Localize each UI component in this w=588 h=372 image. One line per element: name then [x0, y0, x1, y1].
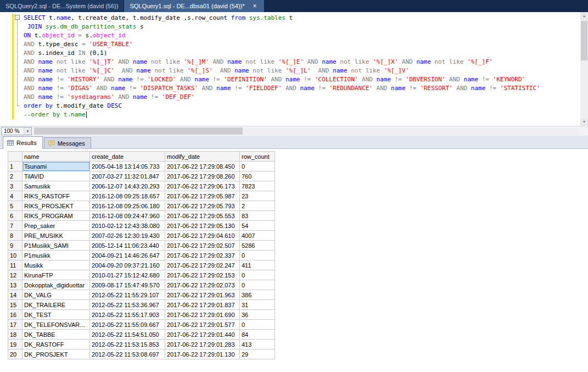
cell-modify_date[interactable]: 2017-06-22 17:29:08.450 — [165, 162, 240, 171]
cell-row_count[interactable]: 4007 — [240, 231, 275, 241]
cell-modify_date[interactable]: 2017-06-22 17:29:02.073 — [165, 280, 240, 290]
row-number[interactable]: 18 — [8, 330, 23, 340]
cell-modify_date[interactable]: 2017-06-22 17:29:05.553 — [165, 211, 240, 221]
code-line[interactable]: --order by t.name — [24, 110, 540, 119]
code-line[interactable]: SELECT t.name, t.create_date, t.modify_d… — [24, 14, 540, 23]
row-number[interactable]: 12 — [8, 270, 23, 280]
cell-row_count[interactable]: 23 — [240, 191, 275, 201]
cell-modify_date[interactable]: 2017-06-22 17:29:01.577 — [165, 320, 240, 330]
cell-modify_date[interactable]: 2017-06-22 17:29:02.507 — [165, 241, 240, 251]
cell-row_count[interactable]: 386 — [240, 290, 275, 300]
row-number[interactable]: 15 — [8, 300, 23, 310]
cell-row_count[interactable]: 29 — [240, 349, 275, 359]
code-line[interactable]: AND name not like '%[_]T' AND name not l… — [24, 58, 540, 66]
cell-create_date[interactable]: 2012-05-22 11:55:09.667 — [90, 320, 165, 330]
cell-modify_date[interactable]: 2017-06-22 17:29:01.837 — [165, 300, 240, 310]
cell-create_date[interactable]: 2012-05-22 11:53:08.697 — [90, 349, 165, 359]
row-number[interactable]: 13 — [8, 280, 23, 290]
scroll-up-icon[interactable]: ▲ — [580, 12, 588, 20]
cell-name[interactable]: Prep_saker — [23, 221, 90, 231]
row-number[interactable]: 4 — [8, 191, 23, 201]
cell-create_date[interactable]: 2012-05-22 11:53:36.967 — [90, 300, 165, 310]
cell-name[interactable]: Musikk — [23, 260, 90, 270]
cell-name[interactable]: DK_PROSJEKT — [23, 349, 90, 359]
cell-modify_date[interactable]: 2017-06-22 17:29:04.610 — [165, 231, 240, 241]
row-number[interactable]: 2 — [8, 171, 23, 181]
cell-modify_date[interactable]: 2017-06-22 17:29:05.130 — [165, 221, 240, 231]
cell-modify_date[interactable]: 2017-06-22 17:29:01.283 — [165, 340, 240, 349]
cell-row_count[interactable]: 760 — [240, 171, 275, 181]
cell-name[interactable]: DK_TELEFONSVAR... — [23, 320, 90, 330]
cell-name[interactable]: DK_VALG — [23, 290, 90, 300]
cell-name[interactable]: RIKS_PROSJEKT — [23, 201, 90, 211]
tab-results[interactable]: Results — [3, 136, 43, 149]
cell-create_date[interactable]: 2012-05-22 11:55:29.107 — [90, 290, 165, 300]
cell-name[interactable]: KirunaFTP — [23, 270, 90, 280]
cell-create_date[interactable]: 2012-05-22 11:54:51.050 — [90, 330, 165, 340]
row-number[interactable]: 14 — [8, 290, 23, 300]
code-line[interactable]: AND name != 'HISTORY' AND name != 'LOCKE… — [24, 75, 540, 84]
editor-vertical-scrollbar[interactable]: ▲ ▼ — [580, 12, 588, 126]
row-number[interactable]: 19 — [8, 340, 23, 349]
cell-create_date[interactable]: 2004-09-20 09:37:21.160 — [90, 260, 165, 270]
row-number[interactable]: 20 — [8, 349, 23, 359]
cell-create_date[interactable]: 2012-05-22 11:53:15.853 — [90, 340, 165, 349]
tab-sqlquery2[interactable]: SQLQuery2.sql - DE...System (david (56)) — [0, 0, 124, 12]
tab-sqlquery1[interactable]: SQLQuery1.sql - DE...dbsa01 (david (54))… — [124, 0, 264, 12]
row-number[interactable]: 10 — [8, 251, 23, 260]
cell-create_date[interactable]: 2005-12-14 11:06:23.440 — [90, 241, 165, 251]
cell-row_count[interactable]: 54 — [240, 221, 275, 231]
row-number[interactable]: 3 — [8, 181, 23, 191]
cell-modify_date[interactable]: 2017-06-22 17:29:02.153 — [165, 270, 240, 280]
cell-name[interactable]: DK_TRAILERE — [23, 300, 90, 310]
code-line[interactable]: ON t.object_id = s.object_id — [24, 31, 540, 40]
cell-modify_date[interactable]: 2017-06-22 17:29:02.337 — [165, 251, 240, 260]
row-number[interactable]: 8 — [8, 231, 23, 241]
cell-create_date[interactable]: 2010-02-12 12:43:38.080 — [90, 221, 165, 231]
sql-editor[interactable]: - SELECT t.name, t.create_date, t.modify… — [0, 12, 588, 126]
tab-messages[interactable]: Messages — [44, 137, 91, 148]
row-number[interactable]: 7 — [8, 221, 23, 231]
cell-modify_date[interactable]: 2017-06-22 17:29:08.260 — [165, 171, 240, 181]
code-line[interactable]: JOIN sys.dm_db_partition_stats s — [24, 23, 540, 31]
cell-create_date[interactable]: 2012-05-22 11:55:17.903 — [90, 310, 165, 320]
scrollbar-thumb[interactable] — [581, 21, 587, 60]
code-line[interactable]: AND name != 'sysdiagrams' AND name != 'D… — [24, 93, 540, 102]
cell-modify_date[interactable]: 2017-06-22 17:29:02.247 — [165, 260, 240, 270]
cell-modify_date[interactable]: 2017-06-22 17:29:05.987 — [165, 191, 240, 201]
cell-row_count[interactable]: 0 — [240, 270, 275, 280]
cell-modify_date[interactable]: 2017-06-22 17:29:05.793 — [165, 201, 240, 211]
cell-name[interactable]: RIKS_RASTOFF — [23, 191, 90, 201]
code-line[interactable]: AND name not like '%[_]C' AND name not l… — [24, 66, 540, 75]
grid-corner-cell[interactable] — [8, 152, 23, 162]
close-icon[interactable]: × — [251, 3, 259, 9]
row-number[interactable]: 6 — [8, 211, 23, 221]
cell-name[interactable]: P1musikk — [23, 251, 90, 260]
cell-name[interactable]: RIKS_PROGRAM — [23, 211, 90, 221]
row-number[interactable]: 1 — [8, 162, 23, 171]
cell-name[interactable]: Dokopptak_digiduottar — [23, 280, 90, 290]
cell-name[interactable]: Tsunami — [23, 162, 90, 171]
column-header-name[interactable]: name — [23, 152, 90, 162]
cell-modify_date[interactable]: 2017-06-22 17:29:01.130 — [165, 349, 240, 359]
cell-row_count[interactable]: 7823 — [240, 181, 275, 191]
column-header-modify_date[interactable]: modify_date — [165, 152, 240, 162]
chevron-down-icon[interactable]: ▾ — [24, 127, 31, 135]
code-area[interactable]: SELECT t.name, t.create_date, t.modify_d… — [24, 14, 540, 119]
cell-row_count[interactable]: 84 — [240, 330, 275, 340]
cell-row_count[interactable]: 0 — [240, 162, 275, 171]
row-number[interactable]: 11 — [8, 260, 23, 270]
editor-horizontal-scrollbar[interactable] — [34, 127, 579, 135]
column-header-create_date[interactable]: create_date — [90, 152, 165, 162]
code-line[interactable]: AND s.index_id IN (0,1) — [24, 49, 540, 58]
code-line[interactable]: AND t.type_desc = 'USER_TABLE' — [24, 40, 540, 49]
cell-name[interactable]: P1Musikk_SAMI — [23, 241, 90, 251]
code-line[interactable]: order by t.modify_date DESC — [24, 102, 540, 110]
collapse-region-icon[interactable]: - — [15, 15, 20, 20]
cell-modify_date[interactable]: 2017-06-22 17:29:01.963 — [165, 290, 240, 300]
cell-create_date[interactable]: 2007-02-26 12:30:19.430 — [90, 231, 165, 241]
cell-row_count[interactable]: 0 — [240, 280, 275, 290]
row-number[interactable]: 9 — [8, 241, 23, 251]
cell-row_count[interactable]: 36 — [240, 310, 275, 320]
cell-create_date[interactable]: 2016-12-08 09:25:18.657 — [90, 191, 165, 201]
